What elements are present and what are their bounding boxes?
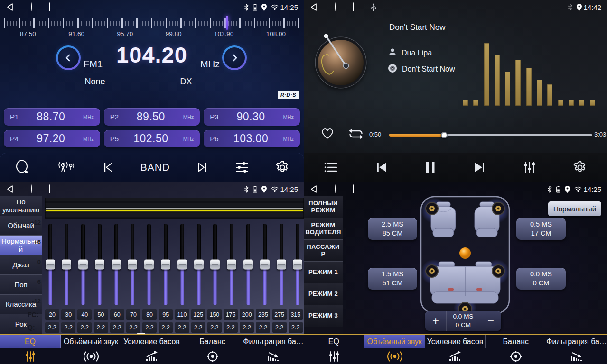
preset-button-p3[interactable]: P390.30MHz bbox=[204, 108, 300, 126]
eq-band-slider[interactable] bbox=[144, 224, 154, 305]
eq-settings-icon[interactable] bbox=[235, 161, 249, 173]
next-track-icon[interactable] bbox=[473, 161, 487, 173]
fc-value[interactable]: 60 bbox=[110, 309, 124, 320]
eq-band-slider[interactable] bbox=[62, 224, 72, 305]
settings-gear-icon[interactable] bbox=[275, 160, 289, 174]
recents-icon[interactable] bbox=[353, 185, 354, 193]
fc-value[interactable]: 20 bbox=[45, 309, 59, 320]
previous-track-icon[interactable] bbox=[374, 161, 389, 173]
home-icon[interactable] bbox=[31, 3, 32, 11]
eq-band-slider[interactable] bbox=[227, 224, 237, 305]
eq-band-slider[interactable] bbox=[161, 224, 171, 305]
slider-thumb[interactable] bbox=[46, 260, 55, 270]
bass-boost-icon[interactable] bbox=[121, 348, 182, 364]
back-icon[interactable] bbox=[309, 3, 318, 11]
q-value[interactable]: 2.2 bbox=[175, 322, 189, 333]
tab-label-eq[interactable]: EQ bbox=[0, 335, 61, 348]
delay-rear-left[interactable]: 1.5 MS 51 CM bbox=[368, 268, 417, 290]
mode-item-4[interactable]: РЕЖИМ 1 bbox=[304, 262, 343, 283]
back-icon[interactable] bbox=[6, 185, 14, 193]
fc-value[interactable]: 110 bbox=[175, 309, 189, 320]
fc-value[interactable]: 50 bbox=[94, 309, 108, 320]
eq-band-slider[interactable] bbox=[111, 224, 121, 305]
slider-thumb[interactable] bbox=[95, 260, 104, 270]
fc-value[interactable]: 235 bbox=[256, 309, 270, 320]
back-icon[interactable] bbox=[309, 185, 318, 193]
tab-filter[interactable]: Фильтрация ба… bbox=[243, 335, 304, 364]
scan-icon[interactable] bbox=[14, 159, 30, 175]
playlist-icon[interactable] bbox=[324, 162, 338, 173]
q-value[interactable]: 2.2 bbox=[207, 322, 222, 333]
eq-band-slider[interactable] bbox=[78, 224, 88, 305]
delay-front-right[interactable]: 0.5 MS 17 CM bbox=[516, 218, 566, 240]
fc-value[interactable]: 315 bbox=[289, 309, 303, 320]
equalizer-icon[interactable] bbox=[523, 161, 536, 173]
album-art[interactable] bbox=[316, 37, 366, 88]
eq-band-slider[interactable] bbox=[293, 224, 303, 305]
q-value[interactable]: 2.2 bbox=[142, 322, 157, 333]
increase-button[interactable]: + bbox=[425, 311, 446, 331]
tab-eq[interactable]: EQ bbox=[304, 335, 364, 364]
favorite-icon[interactable] bbox=[320, 127, 335, 142]
delay-front-left[interactable]: 2.5 MS 85 CM bbox=[368, 218, 417, 240]
fc-value[interactable]: 80 bbox=[142, 309, 157, 320]
preset-button-p2[interactable]: P289.50MHz bbox=[104, 108, 200, 126]
progress-bar[interactable] bbox=[389, 134, 592, 136]
fc-value[interactable]: 40 bbox=[77, 309, 92, 320]
filter-icon[interactable] bbox=[243, 348, 304, 364]
settings-gear-icon[interactable] bbox=[573, 160, 587, 174]
q-value[interactable]: 2.2 bbox=[94, 322, 108, 333]
fc-value[interactable]: 30 bbox=[61, 309, 75, 320]
slider-thumb[interactable] bbox=[144, 260, 154, 270]
tab-label-bass-boost[interactable]: Усиление басов bbox=[425, 335, 486, 348]
preset-button-p1[interactable]: P188.70MHz bbox=[4, 108, 100, 126]
slider-thumb[interactable] bbox=[243, 260, 253, 270]
tab-label-surround[interactable]: Объёмный звук bbox=[364, 335, 425, 348]
q-value[interactable]: 2.2 bbox=[77, 322, 92, 333]
profile-button[interactable]: Нормальный bbox=[548, 201, 601, 216]
eq-preset-1[interactable]: По умолчанию bbox=[0, 196, 42, 216]
progress-thumb[interactable] bbox=[441, 132, 448, 138]
q-value[interactable]: 2.2 bbox=[240, 322, 254, 333]
q-value[interactable]: 2.2 bbox=[224, 322, 238, 333]
fc-value[interactable]: 175 bbox=[224, 309, 238, 320]
q-value[interactable]: 2.2 bbox=[126, 322, 140, 333]
filter-icon[interactable] bbox=[546, 348, 607, 364]
tuner-scale[interactable] bbox=[4, 17, 300, 29]
repeat-icon[interactable] bbox=[347, 127, 364, 142]
recents-icon[interactable] bbox=[353, 3, 354, 11]
next-station-icon[interactable] bbox=[196, 162, 208, 173]
q-value[interactable]: 2.2 bbox=[272, 322, 287, 333]
mode-item-5[interactable]: РЕЖИМ 2 bbox=[304, 283, 343, 305]
fc-value[interactable]: 125 bbox=[191, 309, 205, 320]
mode-item-1[interactable]: ПОЛНЫЙ РЕЖИМ bbox=[304, 196, 343, 218]
q-value[interactable]: 2.2 bbox=[159, 322, 173, 333]
eq-band-slider[interactable] bbox=[177, 224, 187, 305]
preset-button-p5[interactable]: P5102.50MHz bbox=[104, 130, 200, 147]
previous-station-icon[interactable] bbox=[102, 162, 114, 173]
fc-value[interactable]: 70 bbox=[126, 309, 140, 320]
fc-value[interactable]: 95 bbox=[159, 309, 173, 320]
tab-label-balance[interactable]: Баланс bbox=[486, 335, 546, 348]
surround-icon[interactable] bbox=[364, 348, 425, 364]
eq-icon[interactable] bbox=[304, 348, 364, 364]
mode-item-2[interactable]: РЕЖИМ ВОДИТЕЛЯ bbox=[304, 218, 343, 240]
fc-value[interactable]: 275 bbox=[272, 309, 287, 320]
q-value[interactable]: 2.2 bbox=[256, 322, 270, 333]
tab-label-bass-boost[interactable]: Усиление басов bbox=[121, 335, 182, 348]
recents-icon[interactable] bbox=[49, 185, 50, 193]
tab-surround[interactable]: Объёмный звук bbox=[364, 335, 425, 364]
tab-label-balance[interactable]: Баланс bbox=[182, 335, 243, 348]
preset-button-p4[interactable]: P497.20MHz bbox=[4, 130, 100, 147]
slider-thumb[interactable] bbox=[293, 260, 302, 270]
eq-band-slider[interactable] bbox=[194, 224, 204, 305]
eq-band-slider[interactable] bbox=[210, 224, 220, 305]
tab-label-eq[interactable]: EQ bbox=[304, 335, 364, 348]
mode-item-6[interactable]: РЕЖИМ 3 bbox=[304, 305, 343, 327]
slider-thumb[interactable] bbox=[62, 260, 71, 270]
balance-icon[interactable] bbox=[182, 348, 243, 364]
q-value[interactable]: 2.2 bbox=[289, 322, 303, 333]
surround-icon[interactable] bbox=[61, 348, 121, 364]
eq-icon[interactable] bbox=[0, 348, 61, 364]
slider-thumb[interactable] bbox=[210, 260, 220, 270]
